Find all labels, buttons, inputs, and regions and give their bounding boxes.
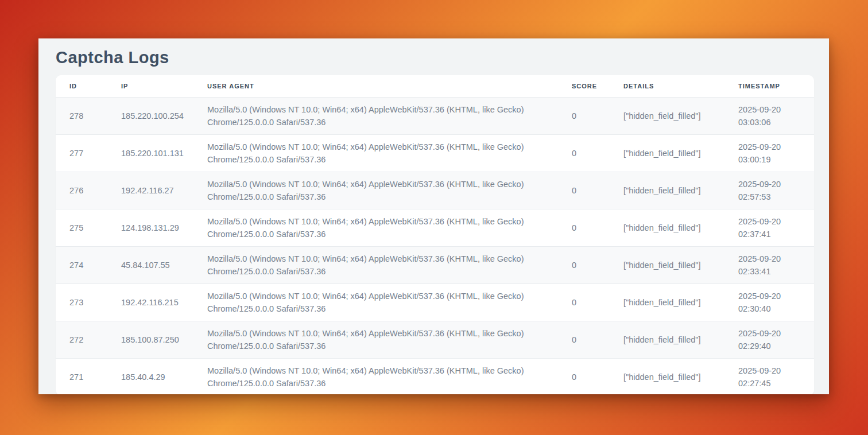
cell-timestamp: 2025-09-20 02:27:45 — [724, 358, 814, 394]
cell-user-agent: Mozilla/5.0 (Windows NT 10.0; Win64; x64… — [193, 172, 558, 209]
cell-timestamp: 2025-09-20 02:29:40 — [724, 321, 814, 358]
desktop-background: { "page_title": "Captcha Logs", "theme":… — [0, 0, 868, 435]
logs-table-container: ID IP USER AGENT SCORE DETAILS TIMESTAMP… — [56, 75, 814, 394]
captcha-logs-panel: Captcha Logs ID IP USER AGENT SCORE DETA… — [38, 38, 829, 394]
cell-id: 277 — [56, 134, 107, 172]
cell-details: ["hidden_field_filled"] — [610, 246, 724, 283]
cell-timestamp: 2025-09-20 02:30:40 — [724, 283, 814, 321]
table-row: 271 185.40.4.29 Mozilla/5.0 (Windows NT … — [56, 358, 814, 394]
cell-score: 0 — [558, 209, 610, 246]
table-row: 274 45.84.107.55 Mozilla/5.0 (Windows NT… — [56, 246, 814, 283]
logs-table: ID IP USER AGENT SCORE DETAILS TIMESTAMP… — [56, 75, 814, 394]
cell-ip: 185.220.101.131 — [107, 134, 193, 172]
cell-user-agent: Mozilla/5.0 (Windows NT 10.0; Win64; x64… — [193, 246, 558, 283]
cell-id: 274 — [56, 246, 107, 283]
page-title: Captcha Logs — [38, 38, 829, 75]
table-row: 276 192.42.116.27 Mozilla/5.0 (Windows N… — [56, 172, 814, 209]
logs-table-body: 278 185.220.100.254 Mozilla/5.0 (Windows… — [56, 97, 814, 394]
cell-user-agent: Mozilla/5.0 (Windows NT 10.0; Win64; x64… — [193, 358, 558, 394]
cell-ip: 185.100.87.250 — [107, 321, 193, 358]
cell-ip: 192.42.116.27 — [107, 172, 193, 209]
cell-user-agent: Mozilla/5.0 (Windows NT 10.0; Win64; x64… — [193, 97, 558, 134]
cell-ip: 45.84.107.55 — [107, 246, 193, 283]
cell-timestamp: 2025-09-20 02:57:53 — [724, 172, 814, 209]
cell-score: 0 — [558, 321, 610, 358]
cell-ip: 185.40.4.29 — [107, 358, 193, 394]
cell-details: ["hidden_field_filled"] — [610, 97, 724, 134]
cell-ip: 124.198.131.29 — [107, 209, 193, 246]
cell-id: 272 — [56, 321, 107, 358]
table-row: 272 185.100.87.250 Mozilla/5.0 (Windows … — [56, 321, 814, 358]
cell-details: ["hidden_field_filled"] — [610, 321, 724, 358]
column-header-details: DETAILS — [610, 75, 724, 97]
cell-ip: 192.42.116.215 — [107, 283, 193, 321]
cell-score: 0 — [558, 172, 610, 209]
cell-id: 271 — [56, 358, 107, 394]
cell-details: ["hidden_field_filled"] — [610, 172, 724, 209]
cell-score: 0 — [558, 246, 610, 283]
cell-details: ["hidden_field_filled"] — [610, 283, 724, 321]
cell-id: 278 — [56, 97, 107, 134]
column-header-id: ID — [56, 75, 107, 97]
table-row: 273 192.42.116.215 Mozilla/5.0 (Windows … — [56, 283, 814, 321]
cell-timestamp: 2025-09-20 03:00:19 — [724, 134, 814, 172]
column-header-timestamp: TIMESTAMP — [724, 75, 814, 97]
cell-user-agent: Mozilla/5.0 (Windows NT 10.0; Win64; x64… — [193, 283, 558, 321]
table-row: 278 185.220.100.254 Mozilla/5.0 (Windows… — [56, 97, 814, 134]
table-row: 277 185.220.101.131 Mozilla/5.0 (Windows… — [56, 134, 814, 172]
cell-score: 0 — [558, 283, 610, 321]
cell-user-agent: Mozilla/5.0 (Windows NT 10.0; Win64; x64… — [193, 134, 558, 172]
column-header-score: SCORE — [558, 75, 610, 97]
cell-ip: 185.220.100.254 — [107, 97, 193, 134]
column-header-ip: IP — [107, 75, 193, 97]
cell-details: ["hidden_field_filled"] — [610, 358, 724, 394]
cell-timestamp: 2025-09-20 03:03:06 — [724, 97, 814, 134]
cell-id: 276 — [56, 172, 107, 209]
table-header-row: ID IP USER AGENT SCORE DETAILS TIMESTAMP — [56, 75, 814, 97]
cell-score: 0 — [558, 97, 610, 134]
cell-user-agent: Mozilla/5.0 (Windows NT 10.0; Win64; x64… — [193, 321, 558, 358]
cell-details: ["hidden_field_filled"] — [610, 209, 724, 246]
cell-timestamp: 2025-09-20 02:37:41 — [724, 209, 814, 246]
cell-timestamp: 2025-09-20 02:33:41 — [724, 246, 814, 283]
cell-score: 0 — [558, 134, 610, 172]
cell-user-agent: Mozilla/5.0 (Windows NT 10.0; Win64; x64… — [193, 209, 558, 246]
column-header-user-agent: USER AGENT — [193, 75, 558, 97]
cell-id: 275 — [56, 209, 107, 246]
cell-details: ["hidden_field_filled"] — [610, 134, 724, 172]
cell-id: 273 — [56, 283, 107, 321]
cell-score: 0 — [558, 358, 610, 394]
table-row: 275 124.198.131.29 Mozilla/5.0 (Windows … — [56, 209, 814, 246]
